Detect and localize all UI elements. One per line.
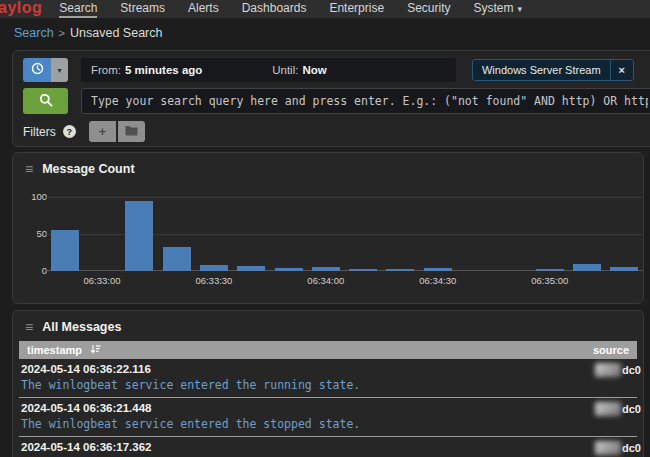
message-timestamp: 2024-05-14 06:36:17.362 — [21, 441, 635, 453]
chart-bar[interactable] — [163, 247, 191, 271]
nav-item-dashboards[interactable]: Dashboards — [242, 0, 307, 18]
nav-item-enterprise[interactable]: Enterprise — [329, 0, 384, 18]
graylog-logo[interactable]: aylog — [0, 0, 42, 15]
folder-icon — [125, 124, 138, 139]
nav-item-system[interactable]: System▾ — [473, 0, 522, 18]
redacted-source-blur — [595, 363, 621, 377]
time-range-button[interactable] — [23, 58, 51, 82]
top-navbar: aylog Search Streams Alerts Dashboards E… — [0, 0, 650, 18]
messages-list: 2024-05-14 06:36:22.116 The winlogbeat s… — [19, 359, 637, 457]
nav-item-security[interactable]: Security — [407, 0, 450, 18]
breadcrumb-separator: > — [59, 27, 65, 39]
message-timestamp: 2024-05-14 06:36:22.116 — [21, 363, 635, 375]
question-circle-icon[interactable]: ? — [63, 125, 76, 138]
sort-desc-icon[interactable] — [90, 344, 101, 357]
chart-bar[interactable] — [312, 267, 340, 271]
add-filter-button[interactable]: + — [89, 121, 116, 142]
breadcrumb: Search > Unsaved Search — [14, 20, 162, 46]
breadcrumb-current: Unsaved Search — [70, 26, 162, 40]
redacted-source-blur — [595, 441, 621, 455]
column-header-timestamp[interactable]: timestamp — [27, 344, 101, 357]
message-count-plot[interactable] — [46, 197, 643, 271]
chart-bar[interactable] — [424, 268, 452, 271]
x-tick-label: 06:34:30 — [408, 275, 468, 286]
chart-gridline — [46, 197, 644, 198]
stream-filter-label: Windows Server Stream — [473, 64, 610, 76]
all-messages-title: All Messages — [42, 320, 121, 334]
nav-item-alerts[interactable]: Alerts — [188, 0, 219, 18]
chart-bar[interactable] — [349, 269, 377, 271]
x-tick-label: 06:33:00 — [72, 275, 132, 286]
x-tick-label: 06:35:30 — [632, 275, 644, 286]
chart-bar[interactable] — [51, 230, 79, 271]
message-text: The winlogbeat service entered the stopp… — [21, 417, 635, 431]
y-tick-label: 100 — [19, 191, 47, 202]
y-tick-label: 0 — [19, 265, 47, 276]
message-source: dc0 — [595, 402, 641, 416]
redacted-source-blur — [595, 402, 621, 416]
filters-label: Filters — [23, 125, 56, 139]
chart-bar[interactable] — [237, 266, 265, 271]
chevron-down-icon: ▾ — [518, 4, 523, 14]
message-text: The winlogbeat service entered the runni… — [21, 378, 635, 392]
search-submit-button[interactable] — [23, 88, 68, 114]
time-from-value: 5 minutes ago — [125, 64, 202, 76]
message-source: dc0 — [595, 441, 641, 455]
chart-bar[interactable] — [386, 269, 414, 271]
x-tick-label: 06:35:00 — [520, 275, 580, 286]
chevron-down-icon: ▾ — [57, 66, 61, 75]
x-tick-label: 06:33:30 — [184, 275, 244, 286]
nav-item-streams[interactable]: Streams — [120, 0, 165, 18]
column-header-source[interactable]: source — [593, 344, 629, 356]
breadcrumb-search-link[interactable]: Search — [14, 26, 54, 40]
message-count-widget: ≡ Message Count 050100 06:33:0006:33:300… — [12, 152, 644, 304]
message-row[interactable]: 2024-05-14 06:36:21.448 The winlogbeat s… — [19, 397, 637, 436]
plus-icon: + — [98, 124, 106, 139]
message-source: dc0 — [595, 363, 641, 377]
y-tick-label: 50 — [19, 228, 47, 239]
message-row[interactable]: 2024-05-14 06:36:17.362 The Volume Shado… — [19, 436, 637, 457]
time-from: From:5 minutes ago — [81, 64, 272, 76]
chart-bar[interactable] — [536, 269, 564, 271]
stream-filter-chip: Windows Server Stream × — [472, 59, 634, 81]
drag-handle-icon[interactable]: ≡ — [25, 322, 33, 332]
close-icon[interactable]: × — [610, 60, 633, 80]
drag-handle-icon[interactable]: ≡ — [25, 164, 33, 174]
nav-menu: Search Streams Alerts Dashboards Enterpr… — [42, 0, 522, 18]
search-query-input[interactable] — [81, 88, 650, 114]
chart-bar[interactable] — [125, 201, 153, 271]
message-row[interactable]: 2024-05-14 06:36:22.116 The winlogbeat s… — [19, 359, 637, 397]
time-range-display[interactable]: From:5 minutes ago Until:Now — [81, 58, 456, 82]
all-messages-widget: ≡ All Messages timestamp source 2024-05-… — [12, 310, 644, 457]
messages-table-header: timestamp source — [19, 341, 637, 359]
time-range-caret-button[interactable]: ▾ — [51, 58, 68, 82]
search-controls: ▾ From:5 minutes ago Until:Now Windows S… — [12, 50, 650, 147]
clock-icon — [31, 62, 44, 78]
nav-item-search[interactable]: Search — [59, 0, 97, 18]
graylog-search-page: aylog Search Streams Alerts Dashboards E… — [0, 0, 650, 457]
chart-bar[interactable] — [275, 268, 303, 271]
chart-bar[interactable] — [573, 264, 601, 271]
time-until-value: Now — [302, 64, 326, 76]
message-count-title: Message Count — [42, 162, 134, 176]
message-timestamp: 2024-05-14 06:36:21.448 — [21, 402, 635, 414]
chart-bar[interactable] — [610, 267, 638, 271]
time-until: Until:Now — [272, 64, 326, 76]
saved-filters-button[interactable] — [118, 121, 145, 142]
x-tick-label: 06:34:00 — [296, 275, 356, 286]
magnifier-icon — [39, 93, 53, 110]
filter-button-group: + — [89, 121, 145, 142]
chart-bar[interactable] — [200, 265, 228, 271]
